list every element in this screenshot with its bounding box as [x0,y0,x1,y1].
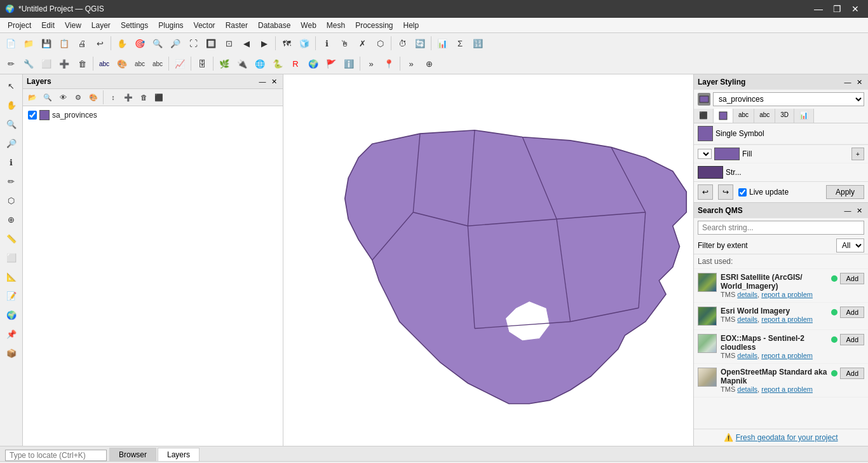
label-btn[interactable]: abc [96,55,112,72]
qgis2web-btn[interactable]: 🌐 [252,55,268,72]
layers-minimize-btn[interactable]: — [257,76,268,86]
edit-node-btn[interactable]: 🔧 [20,55,37,72]
tab-browser[interactable]: Browser [109,448,156,461]
label-style2-btn[interactable]: abc [149,55,166,72]
crs-btn[interactable]: ⊕ [421,55,437,72]
deselect-btn[interactable]: ✗ [354,35,370,52]
qms-add-btn-esri-satellite[interactable]: Add [840,273,864,284]
stats-btn[interactable]: Σ [452,35,468,52]
menu-view[interactable]: View [60,20,86,31]
layer-filter2-btn[interactable]: ⚙ [71,90,85,104]
add-poly-btn[interactable]: ⬜ [3,249,20,266]
qms-report-eox[interactable]: report a problem [761,352,813,359]
search-qms-minimize-btn[interactable]: — [843,205,853,216]
python-btn[interactable]: 🐍 [269,55,286,72]
layer-checkbox[interactable] [28,111,37,120]
identify-tool-btn[interactable]: ℹ [3,153,20,171]
menu-web[interactable]: Web [295,20,321,31]
measure-btn[interactable]: 📐 [3,268,20,286]
menu-settings[interactable]: Settings [116,20,153,31]
zoom-out-btn[interactable]: 🔎 [167,35,184,52]
filter-select[interactable]: All [836,238,864,252]
menu-plugins[interactable]: Plugins [153,20,188,31]
qms-report-osm[interactable]: report a problem [761,385,813,393]
style-tab-history-back[interactable]: ⬛ [694,109,714,123]
layer-select-dropdown[interactable]: sa_provinces [713,92,864,106]
locate-input[interactable] [5,450,107,461]
edit-add-btn[interactable]: ➕ [56,55,72,72]
flag-btn[interactable]: 🚩 [323,55,339,72]
undo-style-btn[interactable]: ↩ [698,184,713,200]
apply-btn[interactable]: Apply [826,185,864,199]
layers-close-btn[interactable]: ✕ [269,76,279,86]
qms-add-btn-eox[interactable]: Add [840,334,864,345]
box-btn[interactable]: 📦 [3,344,20,362]
tab-layers[interactable]: Layers [158,448,200,461]
fill-color-swatch[interactable] [714,148,740,160]
open-project-btn[interactable]: 📁 [20,35,37,52]
edit-tool-btn[interactable]: ✏ [3,172,20,190]
zoom-next-btn[interactable]: ▶ [256,35,273,52]
annotate-btn[interactable]: 📝 [3,287,20,305]
layer-eye-btn[interactable]: 👁 [56,90,70,104]
style-tab-mask[interactable]: abc [754,109,775,123]
pin-btn[interactable]: 📌 [3,325,20,343]
map-area[interactable] [283,74,693,446]
qms-item-osm[interactable]: OpenStreetMap Standard aka Mapnik TMS de… [694,364,868,397]
earth-btn[interactable]: 🌍 [3,306,20,324]
menu-layer[interactable]: Layer [86,20,116,31]
edit-del-btn[interactable]: 🗑 [74,55,90,72]
layer-open-btn[interactable]: 📂 [25,90,39,104]
undo-btn[interactable]: ↩ [92,35,108,52]
grass-btn[interactable]: 🌿 [216,55,233,72]
refresh-btn[interactable]: 🔄 [412,35,428,52]
menu-help[interactable]: Help [398,20,424,31]
search-qms-close-btn[interactable]: ✕ [854,205,864,216]
style-tab-diagram[interactable]: 📊 [794,109,814,123]
pan-to-selection-btn[interactable]: 🎯 [132,35,148,52]
layer-styling-close-btn[interactable]: ✕ [854,77,864,87]
save-as-btn[interactable]: 📋 [56,35,72,52]
style-tab-symbol[interactable] [714,109,733,123]
add-line-btn[interactable]: 📏 [3,230,20,247]
live-update-checkbox[interactable] [738,188,747,197]
zoom-selection-btn[interactable]: ⊡ [220,35,237,52]
layer-styling-minimize-btn[interactable]: — [843,77,853,87]
db-manager-btn[interactable]: 🗄 [194,55,210,72]
info2-btn[interactable]: ℹ️ [341,55,357,72]
menu-raster[interactable]: Raster [220,20,253,31]
menu-processing[interactable]: Processing [350,20,398,31]
select-tool-btn[interactable]: ↖ [3,77,20,95]
add-pt-btn[interactable]: ⊕ [3,211,20,228]
pan-map-btn[interactable]: ✋ [3,96,20,114]
pan-btn[interactable]: ✋ [114,35,130,52]
maximize-button[interactable]: ❐ [829,3,845,15]
time-btn[interactable]: ⏱ [394,35,410,52]
menu-vector[interactable]: Vector [189,20,220,31]
plugin-btn[interactable]: 🔌 [234,55,250,72]
menu-project[interactable]: Project [3,20,36,31]
diagram-btn[interactable]: 📈 [172,55,188,72]
select-feature-btn[interactable]: 🖱 [336,35,353,52]
new-3d-btn[interactable]: 🧊 [296,35,313,52]
redo-style-btn[interactable]: ↪ [718,184,733,200]
menu-database[interactable]: Database [253,20,295,31]
fill-add-btn[interactable]: + [851,148,864,160]
georef-btn[interactable]: R [287,55,304,72]
calculator-btn[interactable]: 🔢 [470,35,486,52]
qms-report-esri-satellite[interactable]: report a problem [761,291,813,298]
ext-btn[interactable]: » [363,55,379,72]
fresh-geodata-link[interactable]: Fresh geodata for your project [736,433,838,442]
stroke-color-swatch[interactable] [698,166,723,179]
new-project-btn[interactable]: 📄 [3,35,19,52]
georef2-btn[interactable]: 📍 [381,55,397,72]
save-project-btn[interactable]: 💾 [38,35,55,52]
layer-remove-btn[interactable]: 🗑 [137,90,151,104]
qms-item-esri-satellite[interactable]: ESRI Satellite (ArcGIS/ World_Imagery) T… [694,269,868,303]
zoom-in-btn[interactable]: 🔍 [149,35,166,52]
qms-details-esri-world[interactable]: details [737,315,757,323]
zoom-prev-btn[interactable]: ◀ [238,35,255,52]
layer-expand-btn[interactable]: ⬛ [152,90,166,104]
qms-report-esri-world[interactable]: report a problem [761,315,813,323]
qms-details-esri-satellite[interactable]: details [737,291,757,298]
